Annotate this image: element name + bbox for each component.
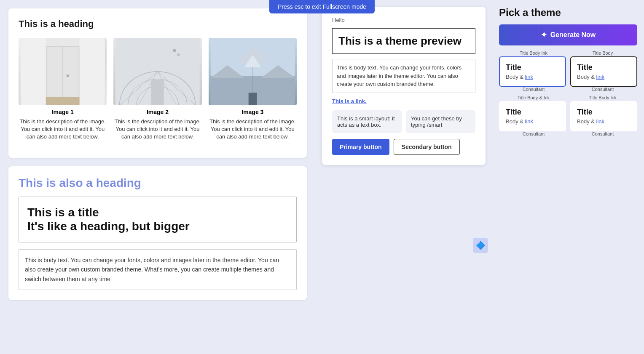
image-placeholder-2 — [113, 38, 201, 105]
svg-rect-28 — [248, 93, 257, 105]
preview-link[interactable]: This is a link. — [332, 98, 475, 104]
theme-card-2-link[interactable]: link — [525, 118, 534, 125]
consultant-bottom-row: Consultant Consultant — [499, 131, 637, 136]
consultant-top-row: Consultant Consultant — [499, 87, 637, 92]
panel-title: Pick a theme — [499, 7, 637, 19]
image-item-2[interactable]: Image 2 This is the description of the i… — [113, 38, 201, 141]
theme-card-0[interactable]: Title Body & link — [499, 56, 566, 87]
consultant-3: Consultant — [568, 131, 637, 136]
theme-card-3[interactable]: Title Body & link — [570, 101, 637, 131]
theme-card-2[interactable]: Title Body & link — [499, 101, 566, 131]
preview-title-box: This is a theme preview — [332, 28, 475, 54]
theme-card-2-title: Title — [506, 108, 559, 117]
editor-area: This is a heading — [0, 0, 315, 354]
smart-grid: This is a smart layout: it acts as a tex… — [332, 110, 475, 133]
preview-hello: Hello — [332, 17, 475, 23]
bottom-label-0: Title Body & Ink — [499, 95, 568, 100]
preview-card: Hello This is a theme preview This is bo… — [322, 7, 486, 165]
image-desc-3: This is the description of the image. Yo… — [209, 118, 297, 141]
theme-grid-bottom: Title Body & link Title Body & link — [499, 101, 637, 131]
theme-card-1-title: Title — [577, 63, 631, 72]
top-label-0: Title Body Ink — [499, 51, 568, 56]
consultant-2: Consultant — [499, 131, 568, 136]
title-card: This is also a heading This is a title I… — [8, 166, 307, 300]
top-label-1: Title Body — [568, 51, 637, 56]
also-heading: This is also a heading — [19, 176, 297, 190]
image-placeholder-1 — [19, 38, 107, 105]
theme-card-2-body: Body & link — [506, 118, 559, 125]
title-box[interactable]: This is a title It's like a heading, but… — [19, 197, 297, 242]
image-label-3: Image 3 — [209, 109, 297, 115]
image-grid: Image 1 This is the description of the i… — [19, 38, 297, 141]
theme-card-1-body: Body & link — [577, 74, 631, 80]
title-line2: It's like a heading, but bigger — [27, 219, 288, 234]
consultant-1: Consultant — [568, 87, 637, 92]
secondary-button[interactable]: Secondary button — [394, 139, 460, 155]
svg-point-4 — [67, 75, 69, 77]
svg-rect-17 — [151, 80, 164, 105]
theme-card-1[interactable]: Title Body & link — [570, 56, 637, 87]
bottom-label-row: Title Body & Ink Title Body Ink — [499, 95, 637, 100]
consultant-0: Consultant — [499, 87, 568, 92]
image-card: This is a heading — [8, 8, 307, 158]
preview-body: This is body text. You can change your f… — [337, 64, 471, 88]
generate-btn-label: Generate Now — [550, 31, 596, 39]
image-item-1[interactable]: Image 1 This is the description of the i… — [19, 38, 107, 141]
preview-heading: This is a theme preview — [338, 35, 469, 48]
image-item-3[interactable]: Image 3 This is the description of the i… — [209, 38, 297, 141]
svg-rect-6 — [21, 38, 46, 105]
theme-card-0-body: Body & link — [506, 74, 559, 80]
top-label-row: Title Body Ink Title Body — [499, 51, 637, 56]
svg-point-19 — [177, 53, 180, 56]
image-label-1: Image 1 — [19, 109, 107, 115]
theme-card-3-body: Body & link — [577, 118, 631, 125]
body-text-box[interactable]: This is body text. You can change your f… — [19, 249, 297, 290]
image-placeholder-3 — [209, 38, 297, 105]
button-row: Primary button Secondary button — [332, 139, 475, 155]
smart-box-1[interactable]: This is a smart layout: it acts as a tex… — [332, 110, 402, 133]
smart-box-2[interactable]: You can get these by typing /smart — [406, 110, 475, 133]
spark-icon: ✦ — [541, 30, 547, 40]
preview-panel: Hello This is a theme preview This is bo… — [315, 0, 492, 354]
right-panel: Pick a theme ✦ Generate Now Title Body I… — [492, 0, 644, 354]
image-label-2: Image 2 — [113, 109, 201, 115]
image-desc-2: This is the description of the image. Yo… — [113, 118, 201, 141]
svg-rect-7 — [80, 38, 105, 105]
card1-heading: This is a heading — [19, 19, 297, 29]
theme-card-3-title: Title — [577, 108, 631, 117]
theme-card-0-title: Title — [506, 63, 559, 72]
title-line1: This is a title — [27, 205, 288, 220]
image-desc-1: This is the description of the image. Yo… — [19, 118, 107, 141]
float-icon: 🔷 — [473, 238, 488, 253]
generate-now-button[interactable]: ✦ Generate Now — [499, 24, 637, 45]
theme-card-1-link[interactable]: link — [596, 74, 605, 80]
primary-button[interactable]: Primary button — [332, 139, 389, 155]
preview-body-box: This is body text. You can change your f… — [332, 59, 475, 93]
fullscreen-message: Press esc to exit Fullscreen mode — [278, 3, 366, 10]
bottom-label-1: Title Body Ink — [568, 95, 637, 100]
theme-grid-top: Title Body & link Title Body & link — [499, 56, 637, 87]
theme-card-3-link[interactable]: link — [596, 118, 605, 125]
theme-card-0-link[interactable]: link — [525, 74, 534, 80]
svg-point-18 — [173, 49, 176, 52]
fullscreen-bar: Press esc to exit Fullscreen mode — [269, 0, 375, 13]
